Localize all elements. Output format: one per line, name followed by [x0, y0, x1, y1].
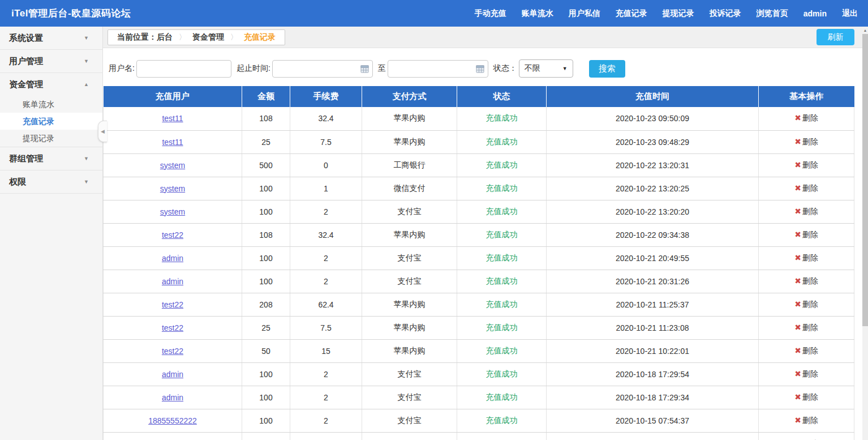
delete-button[interactable]: ✖删除 [794, 276, 818, 285]
sidebar-collapse-handle[interactable]: ◀ [98, 121, 107, 142]
sidebar-submenu: 账单流水充值记录提现记录 [0, 96, 102, 147]
cell-actions: ✖删除 [759, 270, 854, 293]
table-row: system5000工商银行充值成功2020-10-22 13:20:31✖删除 [104, 153, 854, 177]
user-link[interactable]: test22 [162, 230, 183, 240]
delete-label: 删除 [802, 392, 818, 401]
topnav-item-3[interactable]: 充值记录 [616, 8, 647, 19]
delete-button[interactable]: ✖删除 [794, 137, 818, 146]
scrollbar[interactable]: ▲ [862, 27, 868, 440]
scrollbar-up-arrow-icon[interactable]: ▲ [862, 27, 868, 34]
delete-button[interactable]: ✖删除 [794, 300, 818, 309]
cell-actions: ✖删除 [759, 200, 854, 223]
chevron-down-icon: ▼ [84, 156, 89, 161]
cell-fee: 15 [290, 339, 362, 362]
search-button[interactable]: 搜索 [589, 60, 625, 78]
delete-icon: ✖ [794, 230, 801, 239]
cell-method: 苹果内购 [362, 339, 457, 362]
breadcrumb-item-recharge[interactable]: 充值记录 [244, 32, 276, 42]
cell-user: test22 [104, 339, 242, 362]
user-link[interactable]: test11 [162, 114, 183, 123]
cell-status: 充值成功 [457, 246, 547, 270]
table-row: 188555522221002支付宝充值成功2020-10-15 07:54:3… [104, 409, 854, 432]
breadcrumb-item-funds[interactable]: 资金管理 [192, 32, 224, 42]
delete-label: 删除 [802, 276, 818, 285]
topnav-item-7[interactable]: admin [803, 9, 827, 18]
sidebar-section-header-0[interactable]: 系统设置▼ [0, 27, 102, 49]
sidebar-section-label: 权限 [9, 177, 26, 187]
refresh-button[interactable]: 刷新 [817, 29, 854, 45]
recharge-table: 充值用户金额手续费支付方式状态充值时间基本操作 test1110832.4苹果内… [103, 86, 854, 440]
delete-label: 删除 [802, 253, 818, 262]
user-link[interactable]: test22 [162, 323, 183, 332]
user-link[interactable]: admin [162, 254, 183, 263]
delete-button[interactable]: ✖删除 [794, 160, 818, 169]
sidebar-section-header-1[interactable]: 用户管理▼ [0, 50, 102, 72]
delete-icon: ✖ [794, 276, 801, 285]
user-link[interactable]: system [160, 207, 185, 216]
sidebar-item[interactable]: 账单流水 [0, 96, 102, 113]
user-link[interactable]: test11 [162, 138, 183, 147]
table-row: test1110832.4苹果内购充值成功2020-10-23 09:50:09… [104, 107, 854, 130]
table-row: system1001微信支付充值成功2020-10-22 13:20:25✖删除 [104, 177, 854, 200]
topnav-item-6[interactable]: 浏览首页 [757, 8, 788, 19]
topnav-item-8[interactable]: 退出 [842, 8, 858, 19]
delete-button[interactable]: ✖删除 [794, 323, 818, 332]
delete-icon: ✖ [794, 137, 801, 146]
topnav-item-4[interactable]: 提现记录 [663, 8, 694, 19]
sidebar-section: 权限▼ [0, 170, 102, 194]
user-link[interactable]: admin [162, 370, 183, 379]
cell-amount: 208 [242, 293, 290, 316]
delete-button[interactable]: ✖删除 [794, 207, 818, 216]
start-time-field [272, 60, 373, 78]
delete-button[interactable]: ✖删除 [794, 369, 818, 378]
topnav-item-5[interactable]: 投诉记录 [710, 8, 741, 19]
sidebar-item-active[interactable]: 充值记录 [0, 113, 102, 130]
sidebar-item[interactable]: 提现记录 [0, 130, 102, 147]
sidebar-section-header-4[interactable]: 权限▼ [0, 170, 102, 193]
scrollbar-thumb[interactable] [862, 34, 868, 326]
calendar-icon[interactable] [476, 65, 484, 73]
cell-status: 充值成功 [457, 270, 547, 293]
delete-button[interactable]: ✖删除 [794, 392, 818, 401]
cell-actions: ✖删除 [759, 107, 854, 130]
username-input[interactable] [136, 60, 231, 78]
delete-button[interactable]: ✖删除 [794, 346, 818, 355]
content: 当前位置：后台 〉 资金管理 〉 充值记录 刷新 用户名: 起止时间: [103, 27, 868, 440]
topnav-item-0[interactable]: 手动充值 [475, 8, 506, 19]
user-link[interactable]: 18855552222 [148, 416, 197, 425]
cell-status: 充值成功 [457, 200, 547, 223]
user-link[interactable]: admin [162, 393, 183, 402]
calendar-icon[interactable] [360, 65, 369, 73]
user-link[interactable]: test22 [162, 300, 183, 309]
cell-user: test22 [104, 316, 242, 339]
user-link[interactable]: system [160, 184, 185, 193]
status-select[interactable]: 不限 ▼ [519, 59, 573, 78]
sidebar-section-header-3[interactable]: 群组管理▼ [0, 147, 102, 170]
delete-button[interactable]: ✖删除 [794, 253, 818, 262]
user-link[interactable]: system [160, 161, 185, 170]
delete-button[interactable]: ✖删除 [794, 230, 818, 239]
delete-label: 删除 [802, 183, 818, 193]
cell-user: test22 [104, 293, 242, 316]
topnav: 手动充值账单流水用户私信充值记录提现记录投诉记录浏览首页admin退出 [475, 8, 858, 19]
end-time-input[interactable] [388, 60, 488, 78]
column-header: 基本操作 [759, 86, 854, 107]
delete-button[interactable]: ✖删除 [794, 416, 818, 425]
status-badge: 充值成功 [486, 392, 518, 401]
status-badge: 充值成功 [486, 253, 518, 262]
sidebar-section-header-2[interactable]: 资金管理▲ [0, 73, 102, 96]
delete-label: 删除 [802, 113, 818, 122]
delete-button[interactable]: ✖删除 [794, 183, 818, 193]
topnav-item-1[interactable]: 账单流水 [522, 8, 553, 19]
topnav-item-2[interactable]: 用户私信 [569, 8, 600, 19]
cell-actions: ✖删除 [759, 386, 854, 409]
cell-actions: ✖删除 [759, 177, 854, 200]
table-row: test225015苹果内购充值成功2020-10-21 10:22:01✖删除 [104, 339, 854, 362]
user-link[interactable]: test22 [162, 347, 183, 356]
start-time-input[interactable] [272, 60, 373, 78]
delete-label: 删除 [802, 160, 818, 169]
delete-button[interactable]: ✖删除 [794, 113, 818, 122]
user-link[interactable]: admin [162, 277, 183, 286]
breadcrumb-bar: 当前位置：后台 〉 资金管理 〉 充值记录 刷新 [103, 27, 868, 48]
chevron-down-icon: ▼ [84, 58, 89, 64]
